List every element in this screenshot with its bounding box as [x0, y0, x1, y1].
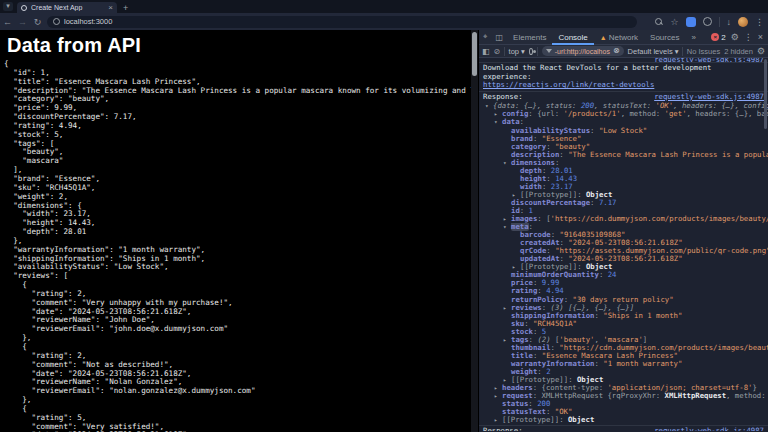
url-text[interactable]: localhost:3000	[64, 17, 112, 26]
console-token: category	[511, 143, 546, 151]
source-link[interactable]: requestly-web-sdk.js:4987	[654, 427, 764, 431]
console-row: ▾{data: {…}, status: 200, statusText: 'O…	[479, 102, 768, 110]
new-tab-button[interactable]: +	[123, 3, 128, 13]
console-row: thumbnail: "https://cdn.dummyjson.com/pr…	[479, 344, 768, 352]
browser-menu-icon[interactable]: ⋮	[755, 17, 764, 27]
collapse-arrow-icon[interactable]: ▾	[503, 223, 511, 231]
collapse-arrow-icon[interactable]: ▾	[503, 159, 511, 167]
expand-arrow-icon[interactable]: ▸	[512, 263, 520, 271]
collapse-arrow-icon[interactable]: ▾	[485, 102, 493, 110]
console-sidebar-icon[interactable]: ◧	[482, 47, 490, 56]
console-settings-icon[interactable]: ⚙	[757, 46, 765, 56]
console-token: , method:	[726, 392, 768, 400]
inspect-element-icon[interactable]: ⌖	[479, 32, 492, 42]
console-token: statusText	[502, 408, 546, 416]
search-icon[interactable]	[655, 18, 663, 26]
console-token: :	[577, 263, 586, 271]
expand-arrow-icon[interactable]: ▸	[494, 384, 502, 392]
console-token: :	[551, 231, 560, 239]
page-scrollbar[interactable]	[471, 30, 478, 432]
site-info-icon[interactable]	[53, 18, 60, 25]
forward-icon[interactable]: →	[15, 17, 30, 27]
console-row: createdAt: "2024-05-23T08:56:21.618Z"	[479, 239, 768, 247]
console-row: status: 200	[479, 400, 768, 408]
collapse-arrow-icon[interactable]: ▾	[494, 118, 502, 126]
expand-arrow-icon[interactable]: ▸	[494, 392, 502, 400]
page-scrollbar-thumb[interactable]	[472, 32, 477, 76]
devtools-menu-icon[interactable]: ⋮	[744, 32, 753, 42]
live-expression-eye-icon[interactable]	[529, 48, 533, 55]
console-token: , statusText:	[594, 102, 656, 110]
devtools-settings-icon[interactable]: ⚙	[731, 32, 739, 42]
tab-elements[interactable]: Elements	[507, 30, 552, 45]
console-token: "OK"	[555, 408, 573, 416]
error-badge[interactable]: × 2	[711, 33, 725, 42]
log-levels-dropdown[interactable]: Default levels ▾	[628, 47, 679, 56]
console-filter-input[interactable]: -url:http://localhos ⊗	[542, 46, 624, 56]
avatar[interactable]	[738, 17, 748, 27]
expand-arrow-icon[interactable]: ▸	[503, 376, 511, 384]
tab-sources[interactable]: Sources	[644, 30, 685, 45]
issues-counter[interactable]: No Issues	[687, 47, 720, 56]
console-token: :	[524, 320, 533, 328]
expand-arrow-icon[interactable]: ▸	[494, 110, 502, 118]
console-row: description: "The Essence Mascara Lash P…	[479, 151, 768, 159]
expand-arrow-icon[interactable]: ▸	[503, 336, 511, 344]
tab-console[interactable]: Console	[552, 30, 593, 45]
hidden-messages-count[interactable]: 2 hidden	[724, 47, 753, 56]
response-log-header-2: Response: requestly-web-sdk.js:4987	[479, 425, 768, 431]
device-toolbar-icon[interactable]: ◫	[492, 33, 508, 42]
console-token: [{…}, {…}, {…}]	[568, 304, 634, 312]
profile-mode-icon[interactable]	[703, 17, 712, 26]
tab-network[interactable]: ▲Network	[594, 30, 644, 45]
console-token: :	[542, 304, 551, 312]
console-row: ▸[[Prototype]]: Object	[479, 191, 768, 199]
console-token: '/products/1'	[564, 110, 621, 118]
filter-clear-icon[interactable]: ⊗	[613, 47, 620, 55]
devtools-scrollbar-thumb[interactable]	[764, 59, 767, 129]
console-token: , headers: {…}, baseURL:	[687, 110, 768, 118]
console-toolbar: ◧ ⊘ top ▾ -url:http://localhos ⊗ Default…	[479, 45, 768, 58]
expand-arrow-icon[interactable]: ▸	[494, 416, 502, 424]
console-row: ▸config: {url: '/products/1', method: 'g…	[479, 110, 768, 118]
tab-close-icon[interactable]: ×	[108, 4, 113, 12]
console-row: weight: 2	[479, 368, 768, 376]
console-token: (2)	[537, 336, 555, 344]
back-icon[interactable]: ←	[0, 17, 15, 27]
clear-console-icon[interactable]: ⊘	[494, 47, 501, 56]
source-link[interactable]: requestly-web-sdk.js:4987	[654, 93, 764, 102]
console-token: 200	[581, 102, 594, 110]
download-icon[interactable]: ↓	[727, 17, 732, 27]
console-token: :	[564, 296, 573, 304]
tab-title: Create Next App	[31, 4, 104, 11]
console-token: Object	[586, 191, 612, 199]
devtools-scrollbar[interactable]	[763, 58, 768, 431]
console-token: rating	[511, 287, 537, 295]
console-row: ▸[[Prototype]]: Object	[479, 263, 768, 271]
expand-arrow-icon[interactable]: ▸	[512, 191, 520, 199]
console-token: , headers: {…}, config: {…}, …}	[673, 102, 768, 110]
expand-arrow-icon[interactable]: ▸	[503, 304, 511, 312]
console-token: "1 month warranty"	[603, 360, 682, 368]
tab-search-button[interactable]: ▾	[3, 2, 13, 11]
console-token: title	[511, 352, 533, 360]
react-devtools-link[interactable]: https://reactjs.org/link/react-devtools	[483, 80, 654, 89]
console-row: availabilityStatus: "Low Stock"	[479, 127, 768, 135]
reload-icon[interactable]: ↻	[30, 17, 45, 27]
browser-tab[interactable]: Create Next App ×	[17, 2, 117, 13]
console-token: Object	[577, 376, 603, 384]
devtools-close-icon[interactable]: ×	[758, 32, 763, 42]
more-tabs-icon[interactable]: »	[685, 30, 701, 45]
extension-icon[interactable]	[686, 17, 696, 27]
expand-arrow-icon[interactable]: ▸	[503, 215, 511, 223]
console-row: ▸[[Prototype]]: Object	[479, 416, 768, 424]
error-count: 2	[721, 33, 725, 42]
context-selector[interactable]: top ▾	[509, 47, 525, 56]
console-row: qrCode: "https://assets.dummyjson.com/pu…	[479, 247, 768, 255]
console-token: :	[555, 159, 559, 167]
address-bar[interactable]: localhost:3000	[47, 16, 637, 28]
console-token: reviews	[511, 304, 542, 312]
console-token: 1	[529, 207, 533, 215]
console-row: sku: "RCH45Q1A"	[479, 320, 768, 328]
bookmark-star-icon[interactable]: ☆	[670, 17, 678, 27]
